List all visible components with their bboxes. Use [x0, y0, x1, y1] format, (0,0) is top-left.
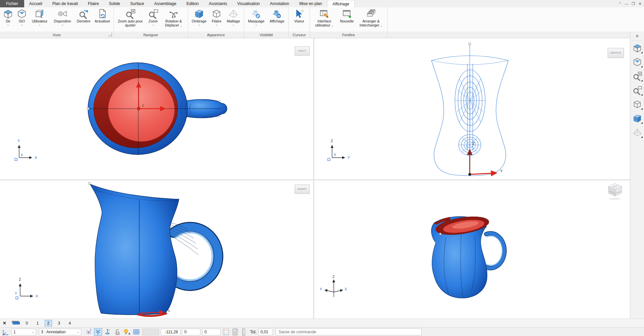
sheet-tab-1[interactable]: 1: [34, 320, 41, 327]
sidebar-zoom-window-button[interactable]: [631, 83, 643, 97]
xyz-list-icon[interactable]: XYZ: [223, 328, 229, 336]
hide-button[interactable]: Masquage ⌄: [246, 8, 267, 26]
cursor-crosshair-icon: [294, 8, 305, 19]
iso-view-canvas[interactable]: HAUT GAUCHE AVANT Z Y X: [314, 180, 630, 319]
viewport-right[interactable]: Z Y Z Y X: [314, 38, 630, 180]
view-user-button[interactable]: 1 Utilisateur ⌄: [29, 8, 50, 26]
viewport-iso[interactable]: HAUT GAUCHE AVANT Z Y X: [314, 180, 630, 319]
tab-fichier[interactable]: Fichier: [0, 0, 24, 7]
coordinate-x-field[interactable]: -111,28: [161, 329, 180, 335]
workplane-iso-icon[interactable]: X: [85, 328, 93, 336]
layer-select[interactable]: 1⌄: [11, 329, 36, 335]
sidebar-iso-view-button[interactable]: [631, 55, 643, 69]
tolerance-field[interactable]: 0,01: [258, 329, 273, 335]
refresh-view-button[interactable]: Actualiser: [93, 8, 112, 23]
front-view-canvas[interactable]: X Z X Y: [0, 180, 314, 319]
vertex-marker[interactable]: [469, 43, 471, 45]
tab-surface[interactable]: Surface: [125, 0, 149, 7]
sidebar-shaded-button[interactable]: [631, 112, 643, 125]
tab-affichage[interactable]: Affichage: [327, 0, 355, 7]
show-button[interactable]: Affichage: [267, 8, 287, 23]
tab-plan-de-travail[interactable]: Plan de travail: [47, 0, 83, 7]
coordinate-y-field[interactable]: 0: [182, 329, 200, 335]
orbit-pan-button[interactable]: Rotation & Déplacer⌄: [161, 8, 186, 27]
tab-filaire[interactable]: Filaire: [83, 0, 104, 7]
lightbulb-crosshair-icon[interactable]: [123, 328, 131, 336]
sidebar-mesh-button[interactable]: [631, 126, 643, 139]
shaded-mode-button[interactable]: Ombrage ⌄: [190, 8, 209, 26]
tab-annotation[interactable]: Annotation: [265, 0, 294, 7]
chevron-down-icon[interactable]: ⌄: [215, 23, 218, 26]
ui-customize-button[interactable]: Interface utilisateur⌄: [312, 8, 337, 27]
sheet-tab-2[interactable]: 2: [45, 320, 52, 327]
chevron-down-icon[interactable]: ⌄: [232, 23, 235, 26]
arrange-windows-button[interactable]: Arranger & Interchanger⌄: [357, 8, 385, 27]
right-view-canvas[interactable]: Z Y Z Y X: [314, 38, 630, 180]
panel-close-button[interactable]: ✕: [630, 32, 644, 41]
tab-assemblage[interactable]: Assemblage: [149, 0, 181, 7]
scale-field[interactable]: [142, 329, 159, 335]
chevron-down-icon[interactable]: ⌄: [180, 24, 182, 27]
workplane-current-icon[interactable]: Y: [94, 328, 102, 336]
ruler-icon[interactable]: [241, 328, 247, 336]
chevron-down-icon[interactable]: ⌄: [20, 23, 23, 26]
chevron-down-icon[interactable]: ⌄: [152, 23, 154, 26]
ucs-axes-icon[interactable]: [1, 328, 9, 336]
viewport-label-droite[interactable]: DROITE: [608, 48, 624, 58]
viewport-label-avant[interactable]: AVANT: [295, 184, 310, 193]
sidebar-zoom-fit-button[interactable]: [631, 69, 643, 83]
chevron-down-icon[interactable]: ⌄: [331, 24, 334, 27]
view-layout-button[interactable]: Disposition ⌄: [51, 8, 74, 26]
mesh-mode-button[interactable]: Maillage ⌄: [225, 8, 242, 26]
zoom-button[interactable]: Zoom ⌄: [146, 8, 160, 26]
dialog-launcher-icon[interactable]: ⌟: [108, 33, 112, 36]
tab-visualisation[interactable]: Visualisation: [232, 0, 265, 7]
grid-icon[interactable]: [132, 328, 140, 336]
tab-solide[interactable]: Solide: [104, 0, 125, 7]
calculator-icon[interactable]: 0: [231, 328, 239, 336]
z-plane-icon[interactable]: Z: [103, 328, 111, 336]
sheet-close-icon[interactable]: ✕: [3, 321, 6, 326]
vertex-marker[interactable]: [440, 233, 441, 235]
view-from-button[interactable]: De ⌄: [2, 8, 14, 26]
view-cube[interactable]: HAUT GAUCHE AVANT: [608, 183, 622, 200]
vertex-marker[interactable]: [87, 108, 89, 110]
coordinate-z-field[interactable]: 0: [202, 329, 221, 335]
chevron-down-icon[interactable]: ⌄: [255, 23, 258, 26]
style-select[interactable]: 3 : Annotation⌄: [39, 329, 81, 335]
viewport-top[interactable]: Z Y X Z: [0, 38, 314, 180]
zoom-fit-button[interactable]: Zoom auto pour ajuster: [116, 8, 145, 27]
menu-bar: Fichier Accueil Plan de travail Filaire …: [0, 0, 644, 7]
chevron-down-icon[interactable]: ⌄: [61, 23, 64, 26]
minimize-button[interactable]: —: [623, 0, 630, 7]
viewport-label-haut[interactable]: HAUT: [295, 46, 310, 55]
tab-assistants[interactable]: Assistants: [204, 0, 232, 7]
close-button[interactable]: ✕: [637, 0, 643, 7]
tab-mise-en-plan[interactable]: Mise en plan: [294, 0, 327, 7]
sidebar-wireframe-button[interactable]: [631, 98, 643, 111]
chevron-down-icon[interactable]: ⌄: [38, 23, 41, 26]
command-input[interactable]: [276, 328, 422, 335]
tab-edition[interactable]: Edition: [181, 0, 204, 7]
cursor-button[interactable]: Viseur: [290, 8, 308, 23]
tab-accueil[interactable]: Accueil: [24, 0, 47, 7]
view-iso-button[interactable]: ISO ⌄: [15, 8, 29, 26]
ribbon-collapse-button[interactable]: ⌃: [616, 0, 623, 7]
chevron-down-icon[interactable]: ⌄: [7, 23, 9, 26]
sheet-tab-0[interactable]: 0: [23, 320, 31, 327]
layers-icon[interactable]: [11, 320, 20, 326]
top-view-canvas[interactable]: Z Y X Z: [0, 38, 314, 180]
viewport-front[interactable]: X Z X Y: [0, 180, 314, 319]
chevron-down-icon[interactable]: ⌄: [198, 23, 200, 26]
restore-button[interactable]: ❐: [630, 0, 637, 7]
sheet-tab-4[interactable]: 4: [66, 320, 74, 327]
vertex-marker[interactable]: [88, 182, 90, 184]
sidebar-top-view-button[interactable]: [631, 41, 643, 55]
sheet-tab-3[interactable]: 3: [55, 320, 63, 327]
lock-icon[interactable]: [113, 328, 122, 336]
new-window-button[interactable]: Nouvelle: [338, 8, 356, 23]
window-controls: ⌃ — ❐ ✕: [616, 0, 643, 7]
last-view-button[interactable]: Dernière: [75, 8, 92, 23]
chevron-down-icon[interactable]: ⌄: [380, 24, 383, 27]
wireframe-mode-button[interactable]: Filaire ⌄: [209, 8, 224, 26]
